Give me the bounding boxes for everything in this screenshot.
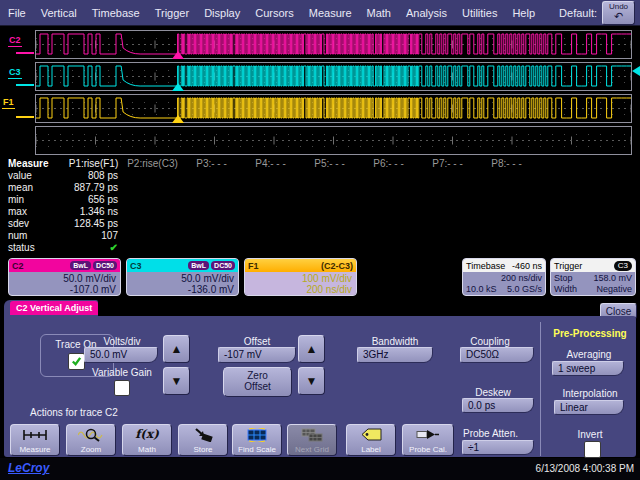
- measure-col-p6[interactable]: P6:- - -: [359, 157, 418, 170]
- probe-cal-button[interactable]: Probe Cal.: [402, 424, 454, 456]
- deskew-label: Deskew: [448, 387, 538, 398]
- trace-label-c3[interactable]: C3: [8, 68, 22, 79]
- waveform-grid-empty[interactable]: [35, 126, 632, 155]
- variable-gain-checkbox[interactable]: [114, 380, 130, 396]
- interpolation-field[interactable]: Linear: [554, 400, 624, 415]
- menu-vertical[interactable]: Vertical: [41, 7, 77, 19]
- baseline-stub-c2: [16, 52, 34, 54]
- channel-descriptor-c2[interactable]: C2 BwL DC50 50.0 mV/div -107.0 mV: [8, 258, 121, 296]
- measure-value: 656 ps: [64, 194, 123, 206]
- dc50-badge: DC50: [93, 261, 117, 270]
- channel-scale: 50.0 mV/div: [9, 273, 116, 284]
- measure-value: 128.45 ps: [64, 218, 123, 230]
- measure-col-p3[interactable]: P3:- - -: [182, 157, 241, 170]
- undo-button[interactable]: Undo ↶: [602, 1, 635, 25]
- bandwidth-field[interactable]: 3GHz: [357, 347, 433, 363]
- measure-col-p2[interactable]: P2:rise(C3): [123, 157, 182, 170]
- trigger-time-marker-c3[interactable]: [172, 83, 184, 91]
- menu-display[interactable]: Display: [204, 7, 240, 19]
- menu-timebase[interactable]: Timebase: [92, 7, 140, 19]
- trigger-level: 158.0 mV: [593, 273, 632, 284]
- measure-col-p1[interactable]: P1:rise(F1): [64, 157, 123, 170]
- offset-down-button[interactable]: ▼: [298, 367, 325, 395]
- timebase-summary[interactable]: Timebase -460 ns 200 ns/div 10.0 kS 5.0 …: [462, 258, 546, 296]
- menu-trigger[interactable]: Trigger: [155, 7, 189, 19]
- measure-col-p7[interactable]: P7:- - -: [418, 157, 477, 170]
- menu-measure[interactable]: Measure: [309, 7, 352, 19]
- find-scale-icon: [245, 427, 269, 442]
- coupling-field[interactable]: DC50Ω: [460, 347, 534, 363]
- datetime-display: 6/13/2008 4:00:38 PM: [536, 463, 634, 474]
- channel-timescale: 200 ns/div: [245, 284, 352, 295]
- menu-analysis[interactable]: Analysis: [406, 7, 447, 19]
- averaging-label: Averaging: [545, 349, 633, 360]
- measure-col-p4[interactable]: P4:- - -: [241, 157, 300, 170]
- status-bar: LeCroy 6/13/2008 4:00:38 PM: [0, 458, 640, 480]
- arrow-down-icon: ▼: [171, 374, 183, 388]
- trigger-time-marker-f1[interactable]: [172, 115, 184, 123]
- empty-grid: [36, 127, 631, 154]
- trigger-level-marker-c3[interactable]: [632, 66, 640, 76]
- invert-checkbox[interactable]: [584, 441, 601, 458]
- measure-col-p8[interactable]: P8:- - -: [477, 157, 536, 170]
- averaging-field[interactable]: 1 sweep: [552, 361, 624, 376]
- math-icon: f(x): [135, 427, 159, 442]
- offset-up-button[interactable]: ▲: [298, 335, 325, 363]
- waveform-grid-c3[interactable]: [35, 62, 632, 91]
- menu-utilities[interactable]: Utilities: [462, 7, 497, 19]
- channel-id: C2: [12, 261, 24, 271]
- menu-cursors[interactable]: Cursors: [255, 7, 294, 19]
- action-zoom-button[interactable]: Zoom: [66, 424, 116, 456]
- measure-row-label: value: [0, 170, 64, 182]
- oscilloscope-screen: File Vertical Timebase Trigger Display C…: [0, 0, 640, 480]
- trigger-mode: Stop: [554, 273, 573, 284]
- volts-up-button[interactable]: ▲: [163, 335, 190, 363]
- waveform-c3: [36, 63, 631, 90]
- channel-scale: 50.0 mV/div: [127, 273, 234, 284]
- actions-title: Actions for trace C2: [30, 407, 118, 418]
- trigger-time-marker-c2[interactable]: [172, 51, 184, 59]
- waveform-grid-c2[interactable]: [35, 30, 632, 59]
- store-icon: [192, 427, 214, 442]
- channel-descriptor-c3[interactable]: C3 BwL DC50 50.0 mV/div -136.0 mV: [126, 258, 239, 296]
- trigger-source-badge: C3: [614, 261, 632, 271]
- next-grid-icon: [300, 427, 324, 442]
- trigger-summary[interactable]: Trigger C3 Stop 158.0 mV Width Negative: [550, 258, 636, 296]
- baseline-stub-c3: [16, 84, 34, 86]
- offset-label: Offset: [218, 336, 296, 347]
- status-check-icon: ✔: [64, 242, 123, 254]
- action-find-scale-button[interactable]: Find Scale: [232, 424, 282, 456]
- menu-help[interactable]: Help: [512, 7, 535, 19]
- tab-c2-vertical-adjust[interactable]: C2 Vertical Adjust: [10, 301, 98, 315]
- measure-value: 107: [64, 230, 123, 242]
- label-button[interactable]: Label: [346, 424, 396, 456]
- zero-offset-button[interactable]: Zero Offset: [223, 367, 292, 397]
- action-math-button[interactable]: f(x) Math: [122, 424, 172, 456]
- math-source: (C2-C3): [321, 261, 353, 271]
- offset-field[interactable]: -107 mV: [218, 347, 296, 363]
- trace-label-c2[interactable]: C2: [8, 36, 22, 47]
- channel-offset: -107.0 mV: [9, 284, 116, 295]
- variable-gain-label: Variable Gain: [80, 367, 164, 378]
- channel-id: F1: [248, 261, 259, 271]
- channel-offset: -136.0 mV: [127, 284, 234, 295]
- action-measure-button[interactable]: Measure: [10, 424, 60, 456]
- trigger-kind: Width: [554, 284, 577, 295]
- waveform-grid-f1[interactable]: [35, 94, 632, 123]
- measure-col-p5[interactable]: P5:- - -: [300, 157, 359, 170]
- probe-atten-field[interactable]: ÷1: [462, 440, 534, 455]
- deskew-field[interactable]: 0.0 ps: [462, 398, 534, 413]
- menu-bar: File Vertical Timebase Trigger Display C…: [0, 0, 640, 26]
- volts-down-button[interactable]: ▼: [163, 367, 190, 395]
- channel-descriptor-f1[interactable]: F1 (C2-C3) 100 mV/div 200 ns/div: [244, 258, 357, 296]
- trace-label-f1[interactable]: F1: [2, 98, 15, 109]
- measure-row-label: sdev: [0, 218, 64, 230]
- arrow-up-icon: ▲: [306, 342, 318, 356]
- measure-row-label: num: [0, 230, 64, 242]
- action-store-button[interactable]: Store: [178, 424, 228, 456]
- zoom-icon: [78, 427, 104, 442]
- volts-div-field[interactable]: 50.0 mV: [84, 347, 158, 363]
- menu-file[interactable]: File: [8, 7, 26, 19]
- menu-math[interactable]: Math: [367, 7, 391, 19]
- timebase-samples: 10.0 kS: [466, 284, 497, 295]
